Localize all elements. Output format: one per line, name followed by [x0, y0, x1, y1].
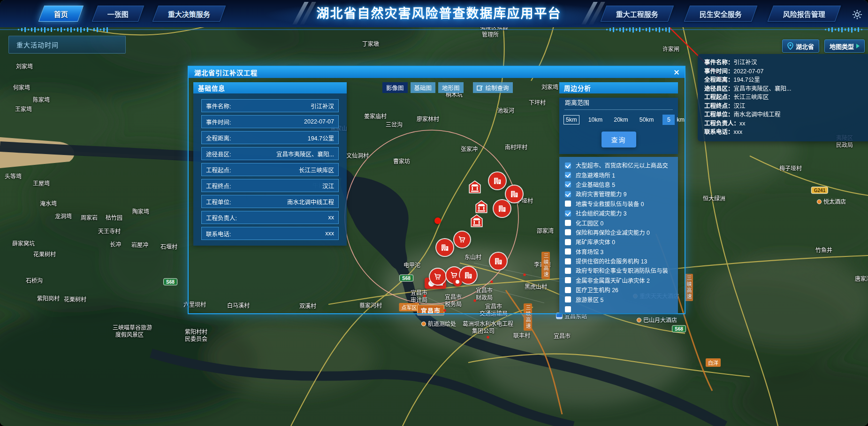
project-modal: 湖北省引江补汉工程 基础信息 事件名称:引江补汉事件时间:2022-07-07全… — [188, 66, 685, 314]
checkbox[interactable] — [565, 258, 571, 264]
distance-option-50km[interactable]: 50km — [637, 115, 656, 124]
query-button[interactable]: 查询 — [602, 132, 636, 147]
checklist-item[interactable]: 金属非金属露天矿山承灾体 2 — [565, 276, 678, 285]
tooltip-row: 工程起点：长江三峡库区 — [704, 93, 868, 102]
checklist-item[interactable]: 企业基础信息 5 — [565, 180, 678, 189]
nav-tab-重大工程服务[interactable]: 重大工程服务 — [601, 6, 674, 22]
checklist-label: 医疗卫生机构 26 — [576, 286, 672, 294]
layer-button-地形图[interactable]: 地形图 — [438, 82, 464, 93]
nav-tab-一张图[interactable]: 一张图 — [92, 6, 144, 22]
field-value: xxx — [325, 230, 334, 237]
nav-tab-label: 重大决策服务 — [168, 9, 210, 19]
field-label: 工程终点: — [206, 181, 231, 190]
tooltip-row-label: 工程终点： — [704, 103, 734, 109]
tooltip-row-value: 长江三峡库区 — [734, 94, 769, 101]
checklist-item[interactable]: 社会组织减灾能力 3 — [565, 209, 678, 218]
tooltip-row-label: 工程起点： — [704, 94, 734, 101]
checkbox[interactable] — [565, 239, 571, 245]
field-value: 2022-07-07 — [304, 118, 334, 125]
basic-info-header: 基础信息 — [193, 82, 347, 93]
field-label: 工程单位: — [206, 197, 231, 206]
region-button[interactable]: 湖北省 — [782, 39, 819, 53]
map-type-button[interactable]: 地图类型 — [824, 39, 865, 53]
checkbox-checked[interactable] — [565, 181, 571, 187]
checklist-item[interactable]: 保险和再保险企业减灾能力 0 — [565, 228, 678, 237]
region-button-label: 湖北省 — [796, 42, 814, 51]
checkbox[interactable] — [565, 287, 571, 293]
checkbox[interactable] — [565, 220, 571, 226]
basic-info-row: 工程负责人:xx — [201, 211, 339, 224]
nav-tabs-right: 重大工程服务民生安全服务风险报告管理 — [603, 6, 838, 22]
nav-tab-首页[interactable]: 首页 — [38, 6, 84, 22]
checkbox[interactable] — [565, 306, 571, 312]
location-pin-icon — [787, 42, 793, 50]
tooltip-row-value: xxx — [734, 129, 743, 135]
tooltip-row-value: 引江补汉 — [734, 59, 757, 66]
checklist-label: 企业基础信息 5 — [576, 180, 672, 189]
field-label: 工程负责人: — [206, 213, 237, 222]
checklist-item[interactable]: 地震专业救援队伍与装备 0 — [565, 199, 678, 209]
checklist-item[interactable]: 应急避难场所 1 — [565, 170, 678, 179]
basic-info-row: 工程单位:南水北调中线工程 — [201, 195, 339, 208]
layer-buttons: 影像图基础图地形图绘制查询 — [382, 82, 513, 93]
major-activity-time-select[interactable]: 重大活动时间 — [8, 36, 126, 54]
checkbox[interactable] — [565, 229, 571, 235]
checklist-item[interactable]: 大型超市、百货店和亿元以上商品交 — [565, 161, 678, 170]
nav-tab-label: 一张图 — [107, 9, 129, 19]
tooltip-row-value: 194.7公里 — [734, 77, 760, 83]
checkbox-checked[interactable] — [565, 210, 571, 217]
nav-tab-重大决策服务[interactable]: 重大决策服务 — [152, 6, 226, 22]
distance-option-5km[interactable]: 5km — [563, 115, 579, 124]
draw-query-label: 绘制查询 — [486, 83, 509, 92]
nav-tab-民生安全服务[interactable]: 民生安全服务 — [684, 6, 757, 22]
nav-tab-风险报告管理[interactable]: 风险报告管理 — [768, 6, 841, 22]
checklist-item[interactable]: 尾矿库承灾体 0 — [565, 237, 678, 247]
distance-option-10km[interactable]: 10km — [586, 115, 605, 124]
checklist-item[interactable] — [565, 304, 678, 313]
checklist-label: 旅游景区 5 — [576, 295, 672, 304]
page-title: 湖北省自然灾害风险普查数据库应用平台 — [316, 3, 561, 22]
tooltip-row: 工程负责人：xx — [704, 119, 868, 128]
event-info-tooltip: 事件名称：引江补汉事件时间：2022-07-07全程距离：194.7公里途径县区… — [698, 54, 868, 141]
checkbox-checked[interactable] — [565, 172, 571, 178]
checklist-item[interactable]: 体育场馆 3 — [565, 247, 678, 256]
checkbox[interactable] — [565, 248, 571, 255]
draw-query-button[interactable]: 绘制查询 — [473, 82, 513, 93]
field-value: 南水北调中线工程 — [287, 197, 334, 206]
checklist-item[interactable]: 化工园区 0 — [565, 218, 678, 227]
tooltip-row-value: 宜昌市夷陵区、襄阳... — [734, 85, 792, 92]
tooltip-row-label: 事件时间： — [704, 68, 734, 75]
layer-button-基础图[interactable]: 基础图 — [411, 82, 436, 93]
tooltip-row: 联系电话：xxx — [704, 128, 868, 137]
checklist-item[interactable]: 旅游景区 5 — [565, 294, 678, 304]
divider — [564, 109, 673, 110]
tooltip-row-label: 联系电话： — [704, 129, 734, 135]
checkbox[interactable] — [565, 277, 571, 283]
map-red-dot — [487, 336, 489, 339]
basic-info-row: 全程距离:194.7公里 — [201, 131, 339, 144]
close-icon[interactable] — [672, 68, 681, 77]
layer-button-影像图[interactable]: 影像图 — [382, 82, 408, 93]
checkbox[interactable] — [565, 201, 571, 207]
analysis-panel: 周边分析 距离范围 5km10km20km50kmkm 查询 大型超市、百货店和… — [559, 82, 678, 313]
checkbox[interactable] — [565, 268, 571, 274]
checkbox-checked[interactable] — [565, 191, 571, 197]
distance-option-20km[interactable]: 20km — [611, 115, 631, 124]
basic-info-row: 事件时间:2022-07-07 — [201, 115, 339, 128]
checklist-item[interactable]: 提供住宿的社会服务机构 13 — [565, 256, 678, 266]
modal-titlebar: 湖北省引江补汉工程 — [189, 67, 685, 78]
nav-tab-label: 首页 — [54, 9, 68, 19]
basic-info-row: 工程终点:汉江 — [201, 179, 339, 192]
checklist-label: 尾矿库承灾体 0 — [576, 238, 672, 246]
checklist-label: 保险和再保险企业减灾能力 0 — [576, 228, 672, 237]
checkbox[interactable] — [565, 296, 571, 302]
gear-icon[interactable] — [852, 9, 862, 20]
checklist-label: 社会组织减灾能力 3 — [576, 209, 672, 217]
checkbox-checked[interactable] — [565, 163, 571, 169]
basic-info-row: 事件名称:引江补汉 — [201, 99, 339, 112]
checklist-item[interactable]: 政府灾害管理能力 9 — [565, 189, 678, 199]
checklist-item[interactable]: 医疗卫生机构 26 — [565, 285, 678, 294]
checklist-item[interactable]: 政府专职和企事业专职消防队伍与装 — [565, 266, 678, 275]
distance-range-label: 距离范围 — [565, 98, 678, 107]
custom-distance-input[interactable] — [662, 115, 675, 125]
